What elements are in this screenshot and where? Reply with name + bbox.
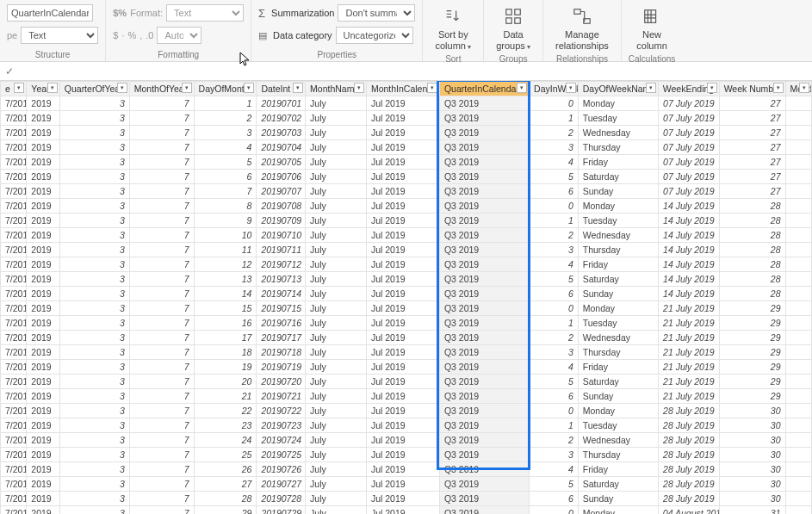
cell-DayOfMonth[interactable]: 28 bbox=[194, 492, 257, 506]
cell-MonthInCalendar[interactable]: Jul 2019 bbox=[366, 389, 439, 404]
cell-DayOfWeekName[interactable]: Sunday bbox=[578, 287, 658, 301]
cell-WeekEnding[interactable]: 07 July 2019 bbox=[658, 96, 719, 111]
cell-WeekNumber[interactable]: 30 bbox=[719, 492, 785, 506]
cell-MonthLast[interactable] bbox=[785, 287, 811, 301]
cell-MonthLast[interactable] bbox=[785, 477, 811, 492]
cell-DayOfWeekName[interactable]: Thursday bbox=[578, 140, 658, 155]
cell-WeekNumber[interactable]: 29 bbox=[719, 375, 785, 389]
cell-DayOfMonth[interactable]: 16 bbox=[194, 316, 257, 331]
cell-Year[interactable]: 2019 bbox=[27, 96, 59, 111]
cell-QuarterInCalendar[interactable]: Q3 2019 bbox=[439, 331, 529, 345]
cell-MonthInCalendar[interactable]: Jul 2019 bbox=[366, 272, 439, 287]
cell-datetrunc[interactable]: 7/2019 bbox=[1, 345, 27, 360]
summarization-select[interactable]: Don't summarize bbox=[338, 4, 415, 22]
table-row[interactable]: 7/20192019371920190719JulyJul 2019Q3 201… bbox=[1, 360, 812, 375]
cell-WeekEnding[interactable]: 21 July 2019 bbox=[658, 345, 719, 360]
cell-MonthName[interactable]: July bbox=[306, 360, 367, 375]
table-row[interactable]: 7/2019201937920190709JulyJul 2019Q3 2019… bbox=[1, 214, 812, 228]
cell-DateInt[interactable]: 20190705 bbox=[257, 155, 306, 170]
thousands-button[interactable]: , bbox=[139, 30, 142, 40]
cell-MonthLast[interactable] bbox=[785, 345, 811, 360]
new-column-button[interactable]: New column bbox=[629, 3, 675, 53]
data-type-select[interactable]: Text bbox=[21, 27, 98, 44]
cell-DayOfWeekName[interactable]: Sunday bbox=[578, 389, 658, 404]
cell-QuarterInCalendar[interactable]: Q3 2019 bbox=[439, 126, 529, 140]
filter-icon[interactable]: ▾ bbox=[354, 83, 364, 93]
cell-MonthOfYear[interactable]: 7 bbox=[129, 316, 194, 331]
cell-QuarterInCalendar[interactable]: Q3 2019 bbox=[439, 448, 529, 462]
cell-DayInWeek[interactable]: 4 bbox=[530, 155, 579, 170]
cell-MonthLast[interactable] bbox=[785, 199, 811, 214]
cell-QuarterOfYear[interactable]: 3 bbox=[59, 111, 129, 126]
cell-WeekNumber[interactable]: 30 bbox=[719, 462, 785, 477]
cell-QuarterOfYear[interactable]: 3 bbox=[59, 316, 129, 331]
cell-MonthLast[interactable] bbox=[785, 243, 811, 257]
cell-DayInWeek[interactable]: 1 bbox=[530, 316, 579, 331]
cell-WeekEnding[interactable]: 28 July 2019 bbox=[658, 462, 719, 477]
cell-DayOfMonth[interactable]: 5 bbox=[194, 155, 257, 170]
cell-DateInt[interactable]: 20190704 bbox=[257, 140, 306, 155]
cell-DayOfWeekName[interactable]: Thursday bbox=[578, 448, 658, 462]
column-header-Year[interactable]: Year▾ bbox=[27, 82, 59, 96]
cell-DateInt[interactable]: 20190706 bbox=[257, 170, 306, 184]
cell-Year[interactable]: 2019 bbox=[27, 126, 59, 140]
cell-WeekNumber[interactable]: 29 bbox=[719, 389, 785, 404]
cell-WeekNumber[interactable]: 27 bbox=[719, 155, 785, 170]
table-row[interactable]: 7/20192019372320190723JulyJul 2019Q3 201… bbox=[1, 418, 812, 433]
cell-MonthName[interactable]: July bbox=[306, 199, 367, 214]
cell-MonthLast[interactable] bbox=[785, 418, 811, 433]
cell-WeekEnding[interactable]: 21 July 2019 bbox=[658, 301, 719, 316]
cell-DayOfWeekName[interactable]: Thursday bbox=[578, 345, 658, 360]
cell-datetrunc[interactable]: 7/2019 bbox=[1, 477, 27, 492]
cell-datetrunc[interactable]: 7/2019 bbox=[1, 96, 27, 111]
cell-MonthLast[interactable] bbox=[785, 404, 811, 418]
cell-QuarterInCalendar[interactable]: Q3 2019 bbox=[439, 404, 529, 418]
cell-DayOfMonth[interactable]: 25 bbox=[194, 448, 257, 462]
cell-QuarterOfYear[interactable]: 3 bbox=[59, 199, 129, 214]
cell-DateInt[interactable]: 20190716 bbox=[257, 316, 306, 331]
cell-MonthName[interactable]: July bbox=[306, 111, 367, 126]
cell-DayOfWeekName[interactable]: Saturday bbox=[578, 477, 658, 492]
cell-DayOfWeekName[interactable]: Friday bbox=[578, 360, 658, 375]
cell-DateInt[interactable]: 20190719 bbox=[257, 360, 306, 375]
cell-DayOfMonth[interactable]: 2 bbox=[194, 111, 257, 126]
cell-DayOfMonth[interactable]: 29 bbox=[194, 506, 257, 515]
cell-QuarterOfYear[interactable]: 3 bbox=[59, 257, 129, 272]
formula-bar[interactable] bbox=[0, 62, 812, 81]
cell-Year[interactable]: 2019 bbox=[27, 462, 59, 477]
cell-WeekNumber[interactable]: 29 bbox=[719, 301, 785, 316]
cell-DayInWeek[interactable]: 1 bbox=[530, 111, 579, 126]
cell-WeekEnding[interactable]: 28 July 2019 bbox=[658, 492, 719, 506]
cell-MonthInCalendar[interactable]: Jul 2019 bbox=[366, 155, 439, 170]
cell-DayOfMonth[interactable]: 22 bbox=[194, 404, 257, 418]
cell-MonthInCalendar[interactable]: Jul 2019 bbox=[366, 433, 439, 448]
cell-MonthName[interactable]: July bbox=[306, 257, 367, 272]
cell-QuarterInCalendar[interactable]: Q3 2019 bbox=[439, 228, 529, 243]
cell-DayInWeek[interactable]: 4 bbox=[530, 462, 579, 477]
table-row[interactable]: 7/20192019372620190726JulyJul 2019Q3 201… bbox=[1, 462, 812, 477]
cell-DateInt[interactable]: 20190720 bbox=[257, 375, 306, 389]
cell-DateInt[interactable]: 20190715 bbox=[257, 301, 306, 316]
cell-WeekEnding[interactable]: 21 July 2019 bbox=[658, 360, 719, 375]
cell-MonthName[interactable]: July bbox=[306, 345, 367, 360]
cell-DateInt[interactable]: 20190727 bbox=[257, 477, 306, 492]
cell-WeekNumber[interactable]: 30 bbox=[719, 477, 785, 492]
cell-datetrunc[interactable]: 7/2019 bbox=[1, 140, 27, 155]
cell-DayOfWeekName[interactable]: Tuesday bbox=[578, 214, 658, 228]
cell-datetrunc[interactable]: 7/2019 bbox=[1, 448, 27, 462]
cell-MonthOfYear[interactable]: 7 bbox=[129, 184, 194, 199]
cell-WeekEnding[interactable]: 14 July 2019 bbox=[658, 272, 719, 287]
cell-WeekEnding[interactable]: 07 July 2019 bbox=[658, 170, 719, 184]
cell-WeekNumber[interactable]: 29 bbox=[719, 316, 785, 331]
cell-QuarterOfYear[interactable]: 3 bbox=[59, 331, 129, 345]
cell-DayOfMonth[interactable]: 8 bbox=[194, 199, 257, 214]
table-row[interactable]: 7/20192019371120190711JulyJul 2019Q3 201… bbox=[1, 243, 812, 257]
table-row[interactable]: 7/2019201937820190708JulyJul 2019Q3 2019… bbox=[1, 199, 812, 214]
cell-MonthOfYear[interactable]: 7 bbox=[129, 257, 194, 272]
cell-MonthName[interactable]: July bbox=[306, 96, 367, 111]
cell-DateInt[interactable]: 20190729 bbox=[257, 506, 306, 515]
cell-datetrunc[interactable]: 7/2019 bbox=[1, 360, 27, 375]
cell-DayOfWeekName[interactable]: Tuesday bbox=[578, 316, 658, 331]
cell-WeekNumber[interactable]: 29 bbox=[719, 345, 785, 360]
filter-icon[interactable]: ▾ bbox=[773, 83, 784, 93]
